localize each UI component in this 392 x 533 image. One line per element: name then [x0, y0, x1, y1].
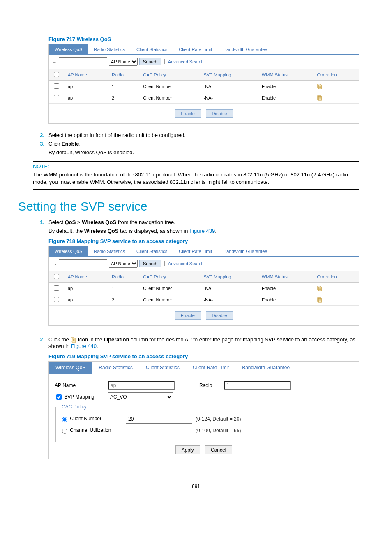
row-checkbox[interactable] — [54, 95, 59, 100]
tab-radio-statistics[interactable]: Radio Statistics — [88, 246, 131, 256]
tab-bandwidth-guarantee[interactable]: Bandwidth Guarantee — [218, 246, 273, 256]
search-field-select[interactable]: AP Name — [109, 58, 138, 66]
select-all-checkbox[interactable] — [54, 274, 59, 279]
figure-719-screenshot: Wireless QoS Radio Statistics Client Sta… — [48, 361, 359, 459]
operation-word: Operation — [104, 336, 129, 343]
figure-link[interactable]: Figure 440 — [71, 343, 97, 349]
tab-wireless-qos[interactable]: Wireless QoS — [49, 44, 88, 54]
figure-718-screenshot: Wireless QoS Radio Statistics Client Sta… — [48, 246, 359, 326]
enable-button[interactable]: Enable — [175, 311, 201, 320]
cell-svp: -NA- — [200, 294, 258, 306]
cell-radio: 2 — [108, 92, 140, 104]
edit-icon[interactable] — [317, 297, 323, 303]
channel-util-input[interactable] — [126, 426, 192, 435]
ap-table: AP Name Radio CAC Policy SVP Mapping WMM… — [49, 69, 359, 104]
cancel-button[interactable]: Cancel — [205, 445, 232, 454]
channel-util-radio[interactable] — [62, 429, 67, 434]
disable-button[interactable]: Disable — [206, 109, 233, 118]
client-number-option[interactable]: Client Number — [60, 416, 126, 422]
enable-word: Enable — [62, 141, 79, 147]
col-wmm-status: WMM Status — [258, 69, 314, 81]
edit-icon[interactable] — [317, 95, 323, 101]
step-text: . — [97, 343, 98, 349]
sec2-step-2: Click the icon in the Operation column f… — [33, 336, 359, 467]
edit-icon[interactable] — [317, 83, 323, 89]
row-checkbox[interactable] — [54, 83, 59, 89]
apply-button[interactable]: Apply — [175, 445, 200, 454]
step-text: Select — [48, 219, 65, 225]
svg-point-12 — [53, 262, 55, 264]
advanced-search-link[interactable]: Advanced Search — [164, 261, 204, 266]
row-checkbox[interactable] — [54, 297, 59, 302]
tab-client-statistics[interactable]: Client Statistics — [139, 362, 186, 374]
col-ap-name: AP Name — [65, 271, 108, 283]
search-input[interactable] — [59, 57, 107, 66]
toolbar: AP Name Search Advanced Search — [49, 55, 359, 69]
channel-util-text: Channel Utilization — [70, 428, 111, 433]
edit-icon[interactable] — [317, 285, 323, 291]
radio-field — [224, 381, 291, 390]
step-text: By default, the — [48, 228, 84, 234]
ap-name-label: AP Name — [55, 382, 108, 388]
client-number-text: Client Number — [70, 416, 101, 422]
select-all-checkbox[interactable] — [54, 72, 59, 77]
cell-wmm: Enable — [258, 283, 314, 294]
tab-wireless-qos[interactable]: Wireless QoS — [49, 246, 88, 256]
search-field-select[interactable]: AP Name — [109, 260, 138, 268]
cell-cac: Client Number — [140, 294, 200, 306]
client-number-hint: (0-124, Default = 20) — [196, 416, 241, 422]
cell-wmm: Enable — [258, 81, 314, 92]
step-2: Select the option in front of the radio … — [33, 132, 359, 138]
step-text: > — [76, 219, 82, 225]
cell-radio: 1 — [108, 283, 140, 294]
search-input[interactable] — [59, 259, 107, 268]
client-number-input[interactable] — [126, 415, 192, 424]
figure-caption: Figure 717 Wireless QoS — [48, 36, 359, 42]
enable-button[interactable]: Enable — [175, 109, 201, 118]
step-text: . — [215, 228, 217, 234]
search-icon — [52, 59, 57, 64]
svp-mapping-select[interactable]: AC_VO — [108, 392, 173, 401]
col-svp-mapping: SVP Mapping — [200, 271, 258, 283]
tab-bandwidth-guarantee[interactable]: Bandwidth Guarantee — [218, 44, 273, 54]
step-text: from the navigation tree. — [116, 219, 175, 225]
tab-wireless-qos[interactable]: Wireless QoS — [49, 362, 92, 374]
search-button[interactable]: Search — [139, 58, 161, 65]
disable-button[interactable]: Disable — [206, 311, 233, 320]
step-3: Click Enable. By default, wireless QoS i… — [33, 141, 359, 155]
svg-line-13 — [55, 264, 56, 265]
tab-bandwidth-guarantee[interactable]: Bandwidth Guarantee — [235, 362, 296, 374]
cell-cac: Client Number — [140, 283, 200, 294]
cell-wmm: Enable — [258, 92, 314, 104]
cell-svp: -NA- — [200, 92, 258, 104]
table-row: ap 1 Client Number -NA- Enable — [49, 81, 359, 92]
tab-radio-statistics[interactable]: Radio Statistics — [88, 44, 131, 54]
col-operation: Operation — [314, 69, 359, 81]
tab-client-rate-limit[interactable]: Client Rate Limit — [186, 362, 235, 374]
figure-caption: Figure 718 Mapping SVP service to an acc… — [48, 238, 359, 244]
radio-label: Radio — [199, 382, 224, 388]
channel-util-option[interactable]: Channel Utilization — [60, 427, 126, 434]
advanced-search-link[interactable]: Advanced Search — [164, 59, 204, 64]
col-radio: Radio — [108, 271, 140, 283]
button-row: Enable Disable — [49, 104, 359, 123]
client-number-radio[interactable] — [62, 417, 67, 422]
col-cac-policy: CAC Policy — [140, 69, 200, 81]
cell-cac: Client Number — [140, 92, 200, 104]
tab-client-rate-limit[interactable]: Client Rate Limit — [173, 246, 218, 256]
page-number: 691 — [33, 484, 359, 489]
tab-client-rate-limit[interactable]: Client Rate Limit — [173, 44, 218, 54]
search-button[interactable]: Search — [139, 260, 161, 267]
tab-radio-statistics[interactable]: Radio Statistics — [92, 362, 139, 374]
search-icon — [52, 261, 57, 266]
tab-client-statistics[interactable]: Client Statistics — [131, 246, 173, 256]
row-checkbox[interactable] — [54, 285, 59, 291]
wireless-qos-word: Wireless QoS — [82, 219, 116, 225]
ap-name-field — [108, 381, 175, 390]
tab-client-statistics[interactable]: Client Statistics — [131, 44, 173, 54]
svp-mapping-checkbox[interactable] — [56, 394, 62, 400]
cell-cac: Client Number — [140, 81, 200, 92]
sec2-step-1: Select QoS > Wireless QoS from the navig… — [33, 219, 359, 334]
table-row: ap 2 Client Number -NA- Enable — [49, 92, 359, 104]
figure-link[interactable]: Figure 439 — [189, 228, 215, 234]
